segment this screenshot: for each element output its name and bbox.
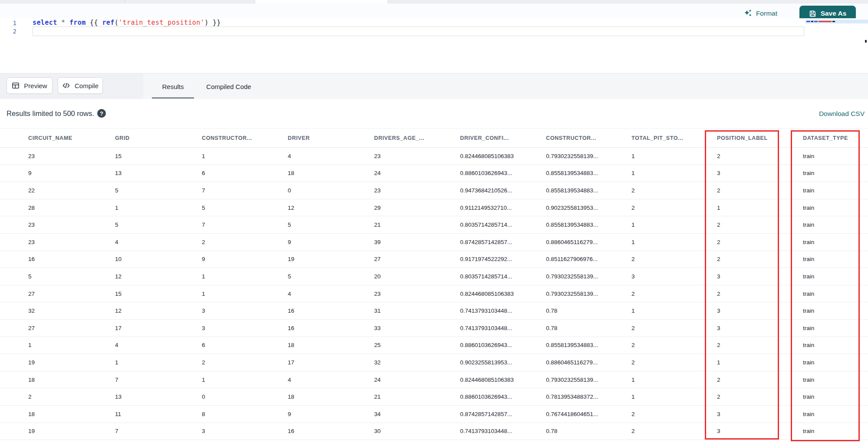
- code-line-1[interactable]: select * from {{ ref('train_test_positio…: [33, 18, 221, 27]
- table-cell: 0.9023255813953...: [546, 205, 631, 211]
- active-tab-segment: [255, 0, 388, 3]
- table-row: 1610919270.9171974522292...0.85116279069…: [0, 251, 868, 268]
- column-header: CIRCUIT_NAME: [28, 135, 115, 141]
- help-icon[interactable]: ?: [97, 109, 106, 118]
- table-cell: 1: [115, 359, 202, 366]
- table-cell: 4: [288, 377, 374, 383]
- column-header: CONSTRUCTOR...: [546, 135, 631, 141]
- table-cell: 2: [202, 359, 288, 366]
- table-cell: 2: [717, 377, 803, 383]
- editor-minimap[interactable]: [806, 18, 868, 73]
- table-cell: 2: [717, 222, 803, 228]
- table-cell: 0.7413793103448...: [460, 325, 546, 331]
- table-cell: 0.7813953488372...: [546, 393, 631, 400]
- line-number-2: 2: [0, 28, 16, 35]
- table-cell: 3: [717, 307, 803, 314]
- table-cell: 3: [717, 170, 803, 176]
- table-cell: 1: [631, 307, 717, 314]
- table-row: 18714240.8244680851063830.7930232558139.…: [0, 371, 868, 389]
- table-cell: 1: [631, 377, 717, 383]
- table-cell: 0.78: [546, 325, 631, 331]
- table-cell: 7: [115, 377, 202, 383]
- table-row: 271514230.8244680851063830.7930232558139…: [0, 285, 868, 303]
- table-cell: 0.7674418604651...: [546, 411, 631, 417]
- table-cell: 0.9112149532710...: [460, 205, 546, 211]
- table-cell: 0.7413793103448...: [460, 307, 546, 314]
- editor-cursor-line[interactable]: [33, 26, 804, 36]
- preview-label: Preview: [24, 82, 47, 89]
- tab-compiled-code[interactable]: Compiled Code: [203, 73, 254, 99]
- table-row: 213018210.8860103626943...0.781395348837…: [0, 388, 868, 406]
- table-cell: train: [803, 377, 868, 383]
- table-cell: 5: [28, 273, 115, 280]
- table-cell: 0.8860103626943...: [460, 393, 546, 400]
- table-cell: 6: [202, 170, 288, 176]
- tab-compiled-code-label: Compiled Code: [206, 83, 251, 90]
- table-cell: 25: [374, 342, 460, 348]
- table-cell: 8: [202, 411, 288, 417]
- table-cell: 0.78: [546, 307, 631, 314]
- table-cell: 27: [28, 291, 115, 297]
- table-cell: 2: [631, 291, 717, 297]
- table-cell: 0.8558139534883...: [546, 342, 631, 348]
- sql-editor[interactable]: 1 2 select * from {{ ref('train_test_pos…: [0, 18, 868, 73]
- table-cell: 2: [631, 342, 717, 348]
- table-cell: 3: [717, 428, 803, 434]
- code-token: ref: [102, 19, 114, 26]
- tab-results[interactable]: Results: [152, 73, 194, 99]
- table-cell: 0.824468085106383: [460, 377, 546, 383]
- table-cell: 0.9171974522292...: [460, 256, 546, 262]
- column-header: TOTAL_PIT_STO...: [631, 135, 717, 141]
- table-cell: 18: [28, 411, 115, 417]
- table-cell: 16: [288, 307, 374, 314]
- table-cell: 2: [631, 205, 717, 211]
- table-cell: 4: [115, 342, 202, 348]
- table-cell: 7: [202, 222, 288, 228]
- table-row: 281512290.9112149532710...0.902325581395…: [0, 199, 868, 217]
- column-header: DRIVER: [288, 135, 374, 141]
- table-cell: 18: [288, 342, 374, 348]
- table-cell: 11: [115, 411, 202, 417]
- compile-button[interactable]: Compile: [58, 77, 103, 94]
- format-button[interactable]: Format: [744, 9, 777, 17]
- table-cell: 2: [717, 342, 803, 348]
- table-cell: 5: [202, 205, 288, 211]
- table-row: 191217320.9023255813953...0.886046511627…: [0, 354, 868, 371]
- table-cell: 23: [28, 222, 115, 228]
- results-table: 231514230.8244680851063830.7930232558139…: [0, 148, 868, 440]
- table-cell: 2: [717, 393, 803, 400]
- table-cell: 24: [374, 170, 460, 176]
- table-cell: 0.78: [546, 428, 631, 434]
- table-cell: 4: [115, 239, 202, 245]
- table-row: 913618240.8860103626943...0.855813953488…: [0, 165, 868, 182]
- table-cell: 16: [288, 428, 374, 434]
- table-cell: 0.7930232558139...: [546, 153, 631, 159]
- table-cell: 18: [288, 170, 374, 176]
- table-cell: 1: [631, 393, 717, 400]
- download-csv-link[interactable]: Download CSV: [819, 110, 865, 118]
- table-cell: 33: [374, 325, 460, 331]
- active-tab-underline: [152, 97, 194, 99]
- table-cell: 30: [374, 428, 460, 434]
- code-token: [57, 19, 61, 26]
- table-cell: 3: [202, 307, 288, 314]
- table-row: 2717316330.7413793103448...0.7823train: [0, 320, 868, 337]
- format-label: Format: [756, 10, 777, 17]
- table-cell: train: [803, 273, 868, 280]
- table-cell: 2: [717, 153, 803, 159]
- preview-button[interactable]: Preview: [7, 77, 53, 94]
- column-header: GRID: [115, 135, 202, 141]
- table-cell: 2: [28, 393, 115, 400]
- code-token: ): [204, 19, 208, 26]
- table-cell: 27: [374, 256, 460, 262]
- table-cell: 28: [28, 205, 115, 211]
- table-cell: 1: [202, 153, 288, 159]
- table-header-row: CIRCUIT_NAMEGRIDCONSTRUCTOR...DRIVERDRIV…: [0, 128, 868, 148]
- table-cell: 13: [115, 393, 202, 400]
- table-cell: 16: [288, 325, 374, 331]
- table-icon: [12, 82, 20, 89]
- table-cell: 31: [374, 307, 460, 314]
- table-cell: 0.7930232558139...: [546, 377, 631, 383]
- table-cell: 17: [288, 359, 374, 366]
- table-cell: 2: [631, 256, 717, 262]
